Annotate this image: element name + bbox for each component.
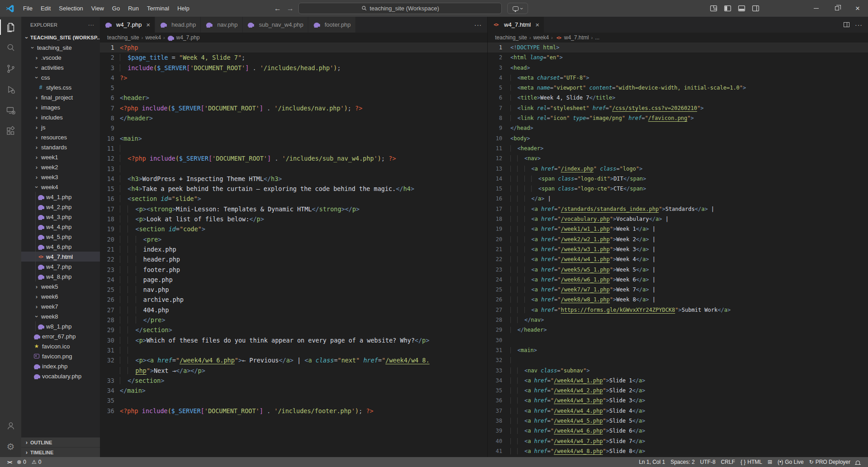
code-line[interactable]: 11 (100, 143, 487, 153)
code-line[interactable]: 3 include($_SERVER['DOCUMENT_ROOT'] . '/… (100, 63, 487, 73)
code-line[interactable]: 19 <section id="code"> (100, 224, 487, 234)
menu-terminal[interactable]: Terminal (143, 0, 173, 17)
code-line[interactable]: 8</header> (100, 113, 487, 123)
code-line[interactable]: 17 <a href="/standards/standards_index.p… (488, 204, 868, 214)
tree-folder-resources[interactable]: ›resources (21, 132, 100, 142)
tab-w4-7-php[interactable]: w4_7.php× (100, 17, 155, 33)
search-icon[interactable] (0, 38, 21, 58)
toggle-panel-icon[interactable] (738, 5, 745, 12)
panel-outline[interactable]: ›OUTLINE (21, 437, 100, 447)
toggle-sidebar-icon[interactable] (724, 5, 731, 12)
code-line[interactable]: 5 <meta name="viewport" content="width=d… (488, 83, 868, 93)
tree-file-w4-7-html[interactable]: <>w4_7.html (21, 252, 100, 262)
code-line[interactable]: 19 <a href="/week1/w1_1.php">Week 1</a> … (488, 224, 868, 234)
tree-folder-week1[interactable]: ›week1 (21, 152, 100, 162)
code-line[interactable]: 31 <main> (488, 345, 868, 355)
code-line[interactable]: 27 <a href="https://forms.gle/kGWvxXYr24… (488, 305, 868, 315)
code-line[interactable]: 9 (100, 123, 487, 133)
tree-folder-week6[interactable]: ›week6 (21, 291, 100, 301)
code-line[interactable]: 16 <section id="slide"> (100, 194, 487, 204)
code-line[interactable]: 34 <a href="/week4/w4_1.php">Slide 1</a> (488, 376, 868, 386)
code-line[interactable]: 17 <p><strong>Mini-Lesson: Templates & D… (100, 204, 487, 214)
tree-folder--vscode[interactable]: ›.vscode (21, 52, 100, 62)
status-encoding[interactable]: UTF-8 (698, 459, 718, 465)
menu-go[interactable]: Go (108, 0, 124, 17)
code-line[interactable]: 28 </nav> (488, 315, 868, 325)
breadcrumb-file[interactable]: w4_7.html (564, 34, 589, 41)
menu-file[interactable]: File (19, 0, 37, 17)
tree-file-styles-css[interactable]: #styles.css (21, 82, 100, 92)
extensions-icon[interactable] (0, 121, 21, 142)
code-line[interactable]: 18 <a href="/vocabulary.php">Vocabulary<… (488, 214, 868, 224)
tab-footer-php[interactable]: footer.php (308, 17, 356, 33)
code-line[interactable]: 8 <link rel="icon" type="image/png" href… (488, 113, 868, 123)
tree-folder-js[interactable]: ›js (21, 122, 100, 132)
code-line[interactable]: 4?> (100, 73, 487, 83)
remote-explorer-icon[interactable] (0, 100, 21, 121)
tree-folder-standards[interactable]: ›standards (21, 142, 100, 152)
tree-folder-week8[interactable]: ›week8 (21, 311, 100, 321)
status-cursor-position[interactable]: Ln 1, Col 1 (636, 459, 668, 465)
code-line[interactable]: 37 <a href="/week4/w4_4.php">Slide 4</a> (488, 406, 868, 416)
code-line[interactable]: 16 </a> | (488, 194, 868, 204)
code-line[interactable]: 21 index.php (100, 244, 487, 254)
code-line[interactable]: 7<?php include($_SERVER['DOCUMENT_ROOT']… (100, 103, 487, 113)
source-control-icon[interactable] (0, 58, 21, 79)
split-editor-icon[interactable] (844, 22, 849, 27)
code-line[interactable]: 40 <a href="/week4/w4_7.php">Slide 7</a> (488, 436, 868, 446)
code-line[interactable]: 15 <h4>Take a peek behind the curtain — … (100, 184, 487, 194)
code-line[interactable]: 23 <a href="/week5/w5_1.php">Week 5</a> … (488, 265, 868, 275)
tree-file-favicon-ico[interactable]: ★favicon.ico (21, 341, 100, 351)
code-line[interactable]: 26 <a href="/week8/w8_1.php">Week 8</a> … (488, 295, 868, 305)
code-line[interactable]: 38 <a href="/week4/w4_5.php">Slide 5</a> (488, 416, 868, 426)
code-line[interactable]: 1<!DOCTYPE html> (488, 43, 868, 52)
tree-folder-week5[interactable]: ›week5 (21, 281, 100, 291)
code-line[interactable]: 2 $page_title = "Week 4, Slide 7"; (100, 52, 487, 62)
tab-head-php[interactable]: head.php (155, 17, 201, 33)
tree-file-w4-4-php[interactable]: w4_4.php (21, 222, 100, 232)
tree-folder-week4[interactable]: ›week4 (21, 182, 100, 192)
breadcrumb-item[interactable]: teaching_site (495, 34, 527, 41)
tree-file-w4-3-php[interactable]: w4_3.php (21, 212, 100, 222)
menu-selection[interactable]: Selection (55, 0, 87, 17)
tab-w4-7-html[interactable]: <>w4_7.html× (488, 17, 544, 33)
code-line[interactable]: 36 <a href="/week4/w4_3.php">Slide 3</a> (488, 396, 868, 405)
menu-help[interactable]: Help (173, 0, 193, 17)
settings-icon[interactable]: ⚙ (0, 436, 21, 457)
status-remote[interactable]: >< (5, 459, 14, 465)
code-line[interactable]: 2<html lang="en"> (488, 52, 868, 62)
command-center[interactable]: teaching_site (Workspace) (298, 3, 502, 14)
tree-folder-week7[interactable]: ›week7 (21, 301, 100, 311)
run-debug-icon[interactable] (0, 79, 21, 100)
explorer-icon[interactable] (0, 17, 21, 38)
tree-folder-images[interactable]: ›images (21, 102, 100, 112)
tree-file-favicon-png[interactable]: favicon.png (21, 351, 100, 361)
status-notifications[interactable] (853, 460, 863, 464)
code-editor[interactable]: 1<!DOCTYPE html>2<html lang="en">3<head>… (488, 43, 868, 457)
tree-folder-teaching-site[interactable]: ›teaching_site (21, 43, 100, 52)
code-line[interactable]: 36<?php include($_SERVER['DOCUMENT_ROOT'… (100, 406, 487, 416)
code-line[interactable]: 30 (488, 335, 868, 345)
tree-file-w8-1-php[interactable]: w8_1.php (21, 321, 100, 331)
code-line[interactable]: 31 (100, 345, 487, 355)
code-line[interactable]: 20 <pre> (100, 234, 487, 244)
tree-file-w4-6-php[interactable]: w4_6.php (21, 242, 100, 252)
more-actions-icon[interactable]: ··· (855, 21, 863, 29)
code-line[interactable]: php">Next →</a></p> (100, 366, 487, 376)
status-indentation[interactable]: Spaces: 2 (668, 459, 697, 465)
status-errors[interactable]: ⊗0 (14, 459, 29, 465)
copilot-button[interactable]: › (507, 3, 528, 14)
code-line[interactable]: 33 <nav class="subnav"> (488, 366, 868, 376)
tree-folder-includes[interactable]: ›includes (21, 112, 100, 122)
tree-folder-week2[interactable]: ›week2 (21, 162, 100, 172)
code-line[interactable]: 25 nav.php (100, 285, 487, 295)
code-line[interactable]: 25 <a href="/week7/w7_1.php">Week 7</a> … (488, 285, 868, 295)
code-line[interactable]: 26 archive.php (100, 295, 487, 305)
code-line[interactable]: 24 page.php (100, 275, 487, 285)
code-line[interactable]: 29 </section> (100, 325, 487, 335)
code-line[interactable]: 35 (100, 396, 487, 405)
account-icon[interactable] (0, 415, 21, 436)
tree-folder-final-project[interactable]: ›final_project (21, 92, 100, 102)
code-line[interactable]: 21 <a href="/week3/w3_1.php">Week 3</a> … (488, 244, 868, 254)
more-actions-icon[interactable]: ··· (474, 21, 482, 29)
